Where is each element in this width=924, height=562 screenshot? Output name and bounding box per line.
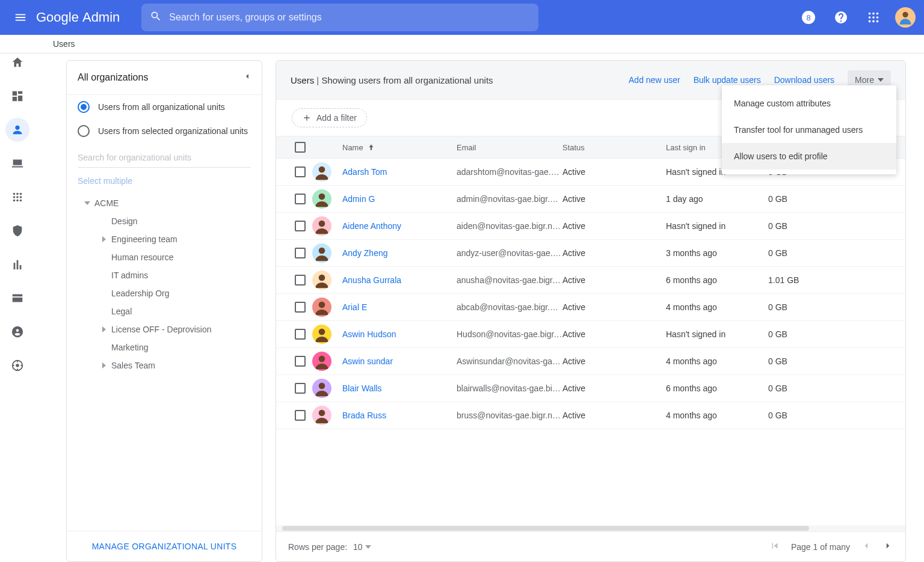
- user-email: aiden@novitas-gae.bigr.na...: [457, 221, 562, 231]
- tree-item[interactable]: IT admins: [75, 266, 258, 284]
- org-sidebar: All organizations Users from all organiz…: [66, 60, 262, 562]
- nav-apps-grid-icon[interactable]: [5, 185, 29, 209]
- tree-item[interactable]: Legal: [75, 302, 258, 320]
- col-email[interactable]: Email: [457, 143, 562, 152]
- org-tree: ACME DesignEngineering teamHuman resourc…: [67, 194, 262, 531]
- radio-all-orgs[interactable]: Users from all organizational units: [67, 95, 262, 119]
- first-page-icon[interactable]: [769, 540, 780, 553]
- row-checkbox[interactable]: [295, 194, 306, 204]
- col-status[interactable]: Status: [562, 143, 666, 152]
- help-icon[interactable]: [830, 7, 852, 28]
- row-checkbox[interactable]: [295, 248, 306, 258]
- tree-item-label: Marketing: [111, 343, 253, 352]
- nav-rail: [0, 35, 35, 562]
- user-name-link[interactable]: Anusha Gurrala: [342, 275, 401, 285]
- user-name-link[interactable]: Blair Walls: [342, 383, 382, 393]
- tree-item[interactable]: Marketing: [75, 338, 258, 356]
- nav-account-icon[interactable]: [5, 320, 29, 344]
- user-name-link[interactable]: Adarsh Tom: [342, 167, 387, 177]
- next-page-icon[interactable]: [882, 540, 893, 553]
- menu-transfer-tool[interactable]: Transfer tool for unmanaged users: [722, 117, 896, 143]
- svg-point-21: [319, 166, 325, 173]
- manage-orgs-link[interactable]: MANAGE ORGANIZATIONAL UNITS: [92, 542, 237, 551]
- user-signin: 4 months ago: [666, 356, 768, 366]
- select-multiple-link[interactable]: Select multiple: [67, 173, 262, 194]
- tree-item[interactable]: Engineering team: [75, 230, 258, 248]
- user-name-link[interactable]: Aswin Hudson: [342, 329, 396, 339]
- row-checkbox[interactable]: [295, 221, 306, 231]
- radio-selected-orgs[interactable]: Users from selected organizational units: [67, 119, 262, 143]
- table-row[interactable]: Admin Gadmin@novitas-gae.bigr.na...Activ…: [276, 186, 905, 213]
- table-row[interactable]: Blair Wallsblairwalls@novitas-gae.bigr..…: [276, 375, 905, 402]
- global-search-input[interactable]: [169, 12, 530, 23]
- select-all-checkbox[interactable]: [295, 142, 306, 153]
- user-storage: 0 GB: [768, 194, 852, 204]
- user-name-link[interactable]: Aswin sundar: [342, 356, 393, 366]
- horizontal-scrollbar[interactable]: [276, 525, 905, 531]
- tree-item[interactable]: Sales Team: [75, 356, 258, 374]
- user-name-link[interactable]: Aidene Anthony: [342, 221, 401, 231]
- menu-manage-attributes[interactable]: Manage custom attributes: [722, 90, 896, 117]
- profile-avatar[interactable]: [895, 7, 916, 28]
- collapse-sidebar-icon[interactable]: [242, 72, 252, 84]
- table-row[interactable]: Brada Russbruss@novitas-gae.bigr.na...Ac…: [276, 402, 905, 429]
- add-filter-button[interactable]: Add a filter: [292, 108, 367, 127]
- table-row[interactable]: Anusha Gurralaanusha@novitas-gae.bigr.n.…: [276, 267, 905, 294]
- table-row[interactable]: Andy Zhengandyz-user@novitas-gae.bi...Ac…: [276, 240, 905, 267]
- row-checkbox[interactable]: [295, 166, 306, 177]
- download-users-link[interactable]: Download users: [774, 75, 834, 85]
- tree-item[interactable]: Leadership Org: [75, 284, 258, 302]
- nav-dashboard-icon[interactable]: [5, 84, 29, 108]
- sort-name[interactable]: Name: [342, 143, 375, 152]
- tree-item-label: Leadership Org: [111, 289, 253, 298]
- nav-reports-icon[interactable]: [5, 252, 29, 276]
- menu-allow-edit-profile[interactable]: Allow users to edit profile: [722, 143, 896, 170]
- row-checkbox[interactable]: [295, 410, 306, 421]
- svg-point-12: [20, 193, 22, 195]
- nav-billing-icon[interactable]: [5, 286, 29, 310]
- tree-item-label: License OFF - Deprovision: [111, 325, 253, 334]
- table-row[interactable]: Aidene Anthonyaiden@novitas-gae.bigr.na.…: [276, 213, 905, 240]
- row-checkbox[interactable]: [295, 275, 306, 286]
- caret-right-icon: [97, 326, 111, 332]
- nav-rules-icon[interactable]: [5, 353, 29, 377]
- svg-point-22: [319, 194, 325, 200]
- updates-badge[interactable]: 8: [798, 7, 819, 28]
- radio-icon: [78, 125, 90, 137]
- user-name-link[interactable]: Brada Russ: [342, 411, 386, 420]
- tree-item-label: Design: [111, 216, 253, 226]
- breadcrumb[interactable]: Users: [47, 35, 81, 53]
- svg-point-27: [319, 329, 325, 335]
- app-logo[interactable]: Google Admin: [36, 10, 120, 25]
- nav-devices-icon[interactable]: [5, 151, 29, 176]
- menu-icon[interactable]: [8, 5, 32, 29]
- row-checkbox[interactable]: [295, 383, 306, 394]
- tree-item[interactable]: Human resource: [75, 248, 258, 266]
- tree-item[interactable]: License OFF - Deprovision: [75, 320, 258, 338]
- rows-per-page-select[interactable]: 10: [353, 542, 371, 552]
- nav-security-icon[interactable]: [5, 219, 29, 243]
- row-checkbox[interactable]: [295, 302, 306, 313]
- prev-page-icon[interactable]: [861, 540, 872, 553]
- user-avatar-icon: [312, 379, 331, 398]
- user-avatar-icon: [312, 162, 331, 182]
- nav-users-icon[interactable]: [5, 118, 29, 142]
- tree-root[interactable]: ACME: [75, 194, 258, 212]
- user-name-link[interactable]: Arial E: [342, 302, 367, 312]
- bulk-update-link[interactable]: Bulk update users: [694, 75, 761, 85]
- user-name-link[interactable]: Admin G: [342, 194, 375, 204]
- table-row[interactable]: Aswin HudsonHudson@novitas-gae.bigr.n...…: [276, 321, 905, 348]
- table-row[interactable]: Aswin sundarAswinsundar@novitas-gae...Ac…: [276, 348, 905, 375]
- org-search-input[interactable]: [78, 148, 251, 168]
- nav-home-icon[interactable]: [5, 50, 29, 75]
- apps-icon[interactable]: [863, 7, 884, 28]
- user-name-link[interactable]: Andy Zheng: [342, 248, 388, 258]
- table-row[interactable]: Arial Eabcab@novitas-gae.bigr.na...Activ…: [276, 294, 905, 321]
- tree-item[interactable]: Design: [75, 212, 258, 230]
- row-checkbox[interactable]: [295, 356, 306, 367]
- add-new-user-link[interactable]: Add new user: [629, 75, 680, 85]
- row-checkbox[interactable]: [295, 329, 306, 340]
- user-status: Active: [562, 221, 666, 231]
- user-signin: Hasn't signed in: [666, 329, 768, 339]
- global-search[interactable]: [141, 4, 538, 31]
